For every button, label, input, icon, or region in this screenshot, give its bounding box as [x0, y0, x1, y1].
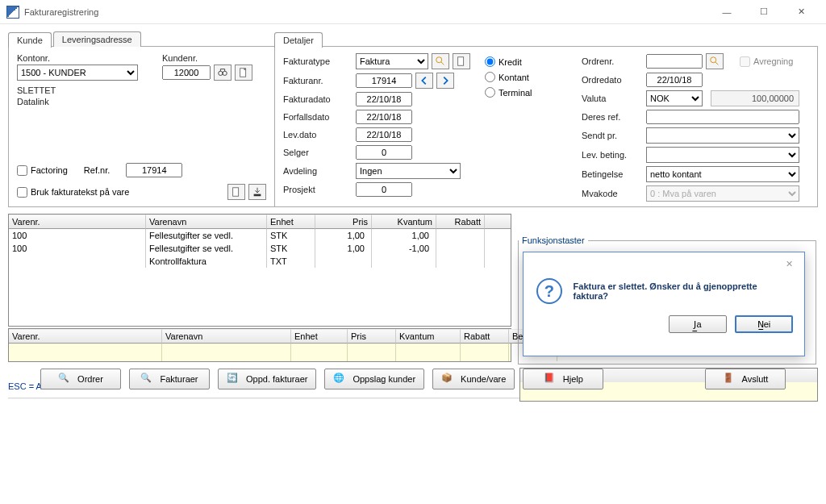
col-varenr[interactable]: Varenr. — [9, 215, 146, 229]
copy-button[interactable] — [227, 184, 245, 200]
svg-point-1 — [223, 71, 227, 75]
divider — [8, 398, 605, 399]
pay-terminal-radio[interactable]: Terminal — [485, 87, 574, 98]
cell-pris: 1,00 — [315, 229, 372, 242]
magnifier-icon: 🔍 — [140, 373, 153, 385]
col-belop[interactable]: Beløp — [485, 215, 511, 229]
fakturadato-input[interactable] — [356, 92, 412, 106]
new-faktura-button[interactable] — [453, 53, 470, 69]
save-to-disk-button[interactable] — [248, 184, 266, 200]
pay-kontant-label: Kontant — [499, 73, 529, 82]
prosjekt-label: Prosjekt — [283, 185, 356, 194]
next-faktura-button[interactable] — [436, 73, 454, 89]
table-row[interactable]: 100Fellesutgifter se vedl.STK1,00-1,00-1… — [9, 242, 511, 255]
kunde-vare-button[interactable]: 📦Kunde/vare — [432, 369, 515, 389]
col2-kvantum[interactable]: Kvantum — [396, 329, 461, 344]
close-button[interactable]: ✕ — [782, 0, 820, 24]
col2-enhet[interactable]: Enhet — [291, 329, 348, 344]
col-varenavn[interactable]: Varenavn — [146, 215, 267, 229]
oppslag-kunder-button[interactable]: 🌐Oppslag kunder — [324, 369, 424, 389]
prosjekt-input[interactable] — [356, 182, 412, 197]
betingelse-select[interactable]: netto kontant — [646, 166, 799, 182]
ordredato-input[interactable] — [646, 73, 703, 87]
lookup-ordre-button[interactable] — [706, 53, 724, 69]
valuta-rate: 100,00000 — [711, 90, 799, 106]
forfallsdato-label: Forfallsdato — [283, 112, 356, 122]
valuta-select[interactable]: NOK — [646, 90, 703, 106]
col2-varenr[interactable]: Varenr. — [9, 329, 162, 344]
col2-rabatt[interactable]: Rabatt — [461, 329, 509, 344]
refnr-input[interactable] — [126, 163, 182, 177]
table-row[interactable]: KontrollfakturaTXT — [9, 255, 511, 268]
col2-varenavn[interactable]: Varenavn — [162, 329, 291, 344]
bruk-fakturatekst-label: Bruk fakturatekst på vare — [31, 187, 129, 197]
dialog-close-button[interactable]: ✕ — [778, 256, 799, 272]
avdeling-label: Avdeling — [283, 166, 356, 176]
col-pris[interactable]: Pris — [315, 215, 372, 229]
pay-kontant-radio[interactable]: Kontant — [485, 72, 574, 82]
cell-varenr: 100 — [9, 242, 146, 255]
dialog-nei-button[interactable]: N̲ei — [735, 315, 793, 333]
cell-kvantum: 1,00 — [372, 229, 436, 242]
cell-kvantum — [372, 255, 436, 268]
ordrer-button[interactable]: 🔍Ordrer — [40, 369, 121, 389]
cell-kvantum: -1,00 — [372, 242, 436, 255]
question-icon: ? — [536, 278, 562, 304]
confirm-dialog: ✕ ? Faktura er slettet. Ønsker du å gjen… — [523, 252, 805, 356]
factoring-checkbox[interactable]: Factoring — [17, 165, 68, 176]
col-kvantum[interactable]: Kvantum — [372, 215, 436, 229]
mvakode-label: Mvakode — [582, 189, 646, 198]
kontonr-select[interactable]: 1500 - KUNDER — [17, 65, 138, 81]
ordrenr-input[interactable] — [646, 54, 703, 69]
deresref-input[interactable] — [646, 110, 799, 124]
bruk-fakturatekst-checkbox[interactable]: Bruk fakturatekst på vare — [17, 187, 129, 198]
col-enhet[interactable]: Enhet — [267, 215, 315, 229]
maximize-button[interactable]: ☐ — [745, 0, 782, 24]
dialog-ja-button[interactable]: J̲a — [669, 315, 727, 333]
tab-kunde[interactable]: Kunde — [8, 32, 52, 48]
tab-detaljer[interactable]: Detaljer — [274, 32, 323, 48]
table-row[interactable]: 100Fellesutgifter se vedl.STK1,001,001,0… — [9, 229, 511, 242]
magnifier-icon — [709, 56, 720, 67]
document-icon — [238, 67, 249, 78]
minimize-button[interactable]: — — [708, 0, 745, 24]
refnr-label: Ref.nr. — [84, 165, 110, 175]
new-customer-button[interactable] — [235, 65, 252, 81]
mvakode-select: 0 : Mva på varen — [646, 185, 799, 202]
line-items-grid[interactable]: Varenr. Varenavn Enhet Pris Kvantum Raba… — [8, 214, 511, 327]
cell-rabatt — [436, 255, 485, 268]
valuta-label: Valuta — [582, 94, 646, 103]
avdeling-select[interactable]: Ingen — [356, 163, 461, 179]
prev-faktura-button[interactable] — [415, 73, 433, 89]
sendtpr-select[interactable] — [646, 127, 799, 144]
fakturanr-input[interactable] — [356, 73, 412, 88]
svg-rect-3 — [233, 188, 239, 197]
avregning-label: Avregning — [753, 56, 793, 66]
selger-input[interactable] — [356, 145, 412, 160]
download-icon — [252, 186, 263, 198]
cell-belop — [485, 255, 511, 268]
levdato-input[interactable] — [356, 127, 412, 142]
kundenr-input[interactable] — [162, 65, 211, 80]
col-rabatt[interactable]: Rabatt — [436, 215, 485, 229]
cell-enhet: STK — [267, 242, 315, 255]
hjelp-button[interactable]: 📕Hjelp — [523, 369, 603, 389]
oppd-fakturaer-button[interactable]: 🔄Oppd. fakturaer — [218, 369, 316, 389]
pay-kredit-radio[interactable]: Kredit — [485, 56, 574, 67]
document-icon — [231, 186, 242, 198]
cell-enhet: STK — [267, 229, 315, 242]
col2-pris[interactable]: Pris — [348, 329, 396, 344]
cell-varenavn: Fellesutgifter se vedl. — [146, 242, 267, 255]
avslutt-button[interactable]: 🚪Avslutt — [705, 369, 786, 389]
fakturatype-select[interactable]: Faktura — [356, 53, 428, 69]
tab-leveringsadresse[interactable]: Leveringsadresse — [53, 31, 141, 47]
cell-belop: 1,00 — [485, 229, 511, 242]
kontonr-label: Kontonr. — [17, 53, 81, 63]
levbeting-select[interactable] — [646, 147, 799, 163]
entry-grid[interactable]: Varenr. Varenavn Enhet Pris Kvantum Raba… — [8, 328, 511, 362]
levdato-label: Lev.dato — [283, 130, 356, 140]
fakturaer-button[interactable]: 🔍Fakturaer — [129, 369, 210, 389]
lookup-fakturatype-button[interactable] — [432, 53, 449, 69]
forfallsdato-input[interactable] — [356, 110, 412, 124]
search-customer-button[interactable] — [214, 65, 232, 81]
